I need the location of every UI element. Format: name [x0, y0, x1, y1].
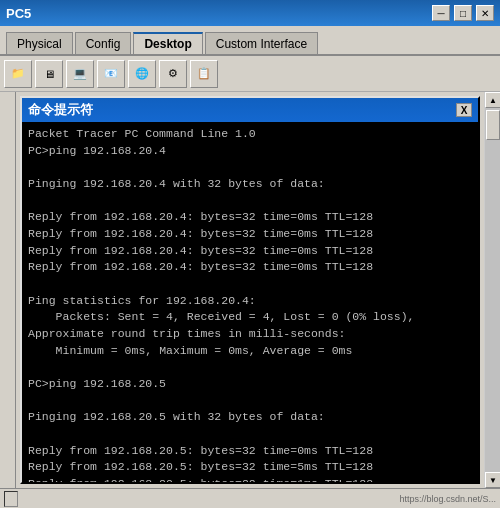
tab-custom-interface[interactable]: Custom Interface — [205, 32, 318, 54]
cmd-body[interactable]: Packet Tracer PC Command Line 1.0PC>ping… — [22, 122, 478, 482]
cmd-line — [28, 393, 472, 410]
cmd-line: Reply from 192.168.20.5: bytes=32 time=1… — [28, 476, 472, 482]
cmd-window: 命令提示符 X Packet Tracer PC Command Line 1.… — [20, 96, 480, 484]
cmd-title: 命令提示符 — [28, 101, 93, 119]
cmd-line: PC>ping 192.168.20.5 — [28, 376, 472, 393]
cmd-line: Reply from 192.168.20.5: bytes=32 time=0… — [28, 443, 472, 460]
cmd-line: Packets: Sent = 4, Received = 4, Lost = … — [28, 309, 472, 326]
tab-physical[interactable]: Physical — [6, 32, 73, 54]
toolbar: 📁 🖥 💻 📧 🌐 ⚙ 📋 — [0, 56, 500, 92]
cmd-close-button[interactable]: X — [456, 103, 472, 117]
status-bar: https://blog.csdn.net/S... — [0, 488, 500, 508]
cmd-line: Reply from 192.168.20.4: bytes=32 time=0… — [28, 209, 472, 226]
main-area: 命令提示符 X Packet Tracer PC Command Line 1.… — [0, 92, 500, 488]
window-title: PC5 — [6, 6, 31, 21]
scroll-down-button[interactable]: ▼ — [485, 472, 500, 488]
cmd-line — [28, 193, 472, 210]
toolbar-btn-5[interactable]: 🌐 — [128, 60, 156, 88]
cmd-line: Pinging 192.168.20.4 with 32 bytes of da… — [28, 176, 472, 193]
cmd-line: Ping statistics for 192.168.20.4: — [28, 293, 472, 310]
cmd-line: PC>ping 192.168.20.4 — [28, 143, 472, 160]
right-scrollbar: ▲ ▼ — [484, 92, 500, 488]
tab-bar: Physical Config Desktop Custom Interface — [0, 26, 500, 56]
toolbar-btn-3[interactable]: 💻 — [66, 60, 94, 88]
tab-desktop[interactable]: Desktop — [133, 32, 202, 54]
scroll-thumb[interactable] — [486, 110, 500, 140]
cmd-line — [28, 359, 472, 376]
left-scroll — [0, 92, 16, 488]
toolbar-btn-4[interactable]: 📧 — [97, 60, 125, 88]
tab-config[interactable]: Config — [75, 32, 132, 54]
scroll-up-button[interactable]: ▲ — [485, 92, 500, 108]
scroll-track — [485, 108, 500, 472]
cmd-line: Reply from 192.168.20.4: bytes=32 time=0… — [28, 243, 472, 260]
status-left — [4, 491, 18, 507]
toolbar-btn-1[interactable]: 📁 — [4, 60, 32, 88]
maximize-button[interactable]: □ — [454, 5, 472, 21]
cmd-line — [28, 276, 472, 293]
cmd-line: Reply from 192.168.20.5: bytes=32 time=5… — [28, 459, 472, 476]
cmd-line: Minimum = 0ms, Maximum = 0ms, Average = … — [28, 343, 472, 360]
cmd-title-bar: 命令提示符 X — [22, 98, 478, 122]
cmd-line: Packet Tracer PC Command Line 1.0 — [28, 126, 472, 143]
minimize-button[interactable]: ─ — [432, 5, 450, 21]
toolbar-btn-6[interactable]: ⚙ — [159, 60, 187, 88]
cmd-line — [28, 426, 472, 443]
toolbar-btn-7[interactable]: 📋 — [190, 60, 218, 88]
watermark: https://blog.csdn.net/S... — [399, 494, 496, 504]
cmd-line: Pinging 192.168.20.5 with 32 bytes of da… — [28, 409, 472, 426]
title-bar: PC5 ─ □ ✕ — [0, 0, 500, 26]
close-button[interactable]: ✕ — [476, 5, 494, 21]
cmd-line: Approximate round trip times in milli-se… — [28, 326, 472, 343]
toolbar-btn-2[interactable]: 🖥 — [35, 60, 63, 88]
cmd-line: Reply from 192.168.20.4: bytes=32 time=0… — [28, 226, 472, 243]
cmd-line — [28, 159, 472, 176]
title-bar-controls: ─ □ ✕ — [432, 5, 494, 21]
cmd-container: 命令提示符 X Packet Tracer PC Command Line 1.… — [16, 92, 484, 488]
cmd-line: Reply from 192.168.20.4: bytes=32 time=0… — [28, 259, 472, 276]
